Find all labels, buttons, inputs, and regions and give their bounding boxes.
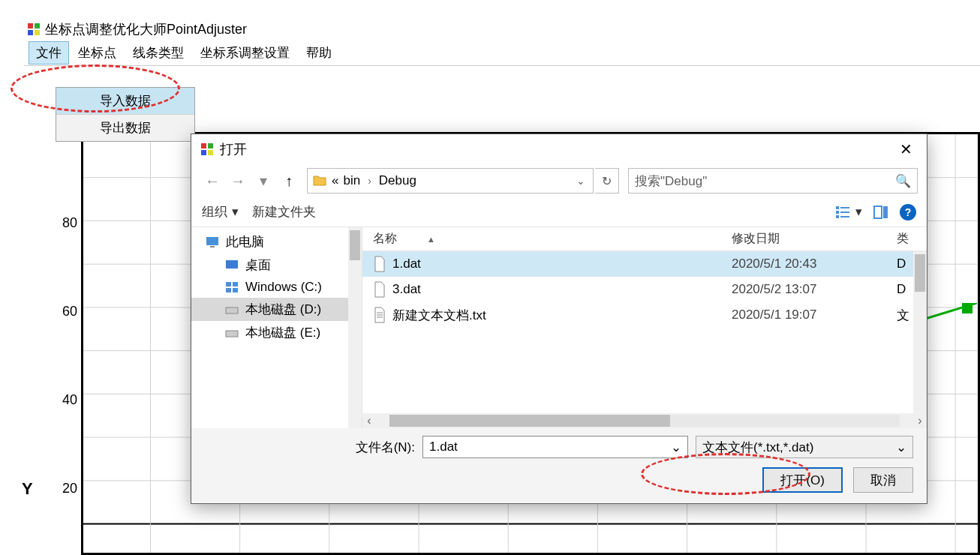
svg-rect-27 bbox=[201, 150, 206, 155]
preview-icon bbox=[873, 204, 889, 220]
folder-icon bbox=[312, 173, 327, 188]
help-button[interactable]: ? bbox=[900, 204, 916, 220]
view-mode-button[interactable]: ▾ bbox=[834, 204, 862, 220]
y-tick-60: 60 bbox=[47, 304, 77, 320]
dialog-nav: ← → ▾ ↑ « bin › Debug ⌄ ↻ 搜索"Debug" 🔍 bbox=[191, 164, 927, 197]
path-prefix: « bbox=[332, 173, 338, 188]
svg-rect-41 bbox=[233, 282, 238, 286]
menu-linetype[interactable]: 线条类型 bbox=[125, 41, 191, 64]
col-type[interactable]: 类 bbox=[897, 231, 927, 247]
col-name[interactable]: 名称▲ bbox=[373, 231, 732, 247]
svg-rect-25 bbox=[201, 143, 206, 148]
svg-rect-42 bbox=[226, 288, 231, 292]
file-icon bbox=[373, 281, 386, 298]
y-tick-80: 80 bbox=[47, 215, 77, 231]
txt-file-icon bbox=[373, 307, 386, 323]
tree-desktop[interactable]: 桌面 bbox=[191, 254, 362, 277]
svg-rect-38 bbox=[210, 246, 215, 248]
tree-drive-e[interactable]: 本地磁盘 (E:) bbox=[191, 321, 362, 344]
search-icon: 🔍 bbox=[895, 173, 911, 189]
svg-rect-2 bbox=[28, 30, 33, 35]
dialog-body: 此电脑 桌面 Windows (C:) 本地磁盘 (D:) 本地磁盘 (E:) bbox=[191, 227, 927, 428]
menu-import-data[interactable]: 导入数据 bbox=[56, 88, 194, 115]
svg-rect-36 bbox=[883, 206, 888, 218]
tree-drive-c[interactable]: Windows (C:) bbox=[191, 277, 362, 298]
refresh-button[interactable]: ↻ bbox=[595, 168, 619, 194]
svg-rect-35 bbox=[874, 206, 882, 218]
svg-rect-30 bbox=[840, 207, 849, 208]
menu-points[interactable]: 坐标点 bbox=[71, 41, 124, 64]
new-folder-button[interactable]: 新建文件夹 bbox=[252, 203, 316, 220]
chevron-down-icon[interactable]: ⌄ bbox=[671, 440, 681, 455]
preview-pane-button[interactable] bbox=[873, 204, 889, 220]
col-date[interactable]: 修改日期 bbox=[732, 231, 897, 247]
nav-forward-button[interactable]: → bbox=[226, 169, 250, 193]
svg-rect-40 bbox=[226, 282, 231, 286]
tree-drive-d[interactable]: 本地磁盘 (D:) bbox=[191, 298, 362, 321]
search-placeholder: 搜索"Debug" bbox=[635, 172, 707, 190]
y-axis-label: Y bbox=[22, 479, 33, 499]
nav-recent-button[interactable]: ▾ bbox=[251, 169, 275, 193]
path-part-0[interactable]: bin bbox=[343, 173, 360, 188]
file-row[interactable]: 新建文本文档.txt 2020/5/1 19:07 文 bbox=[362, 302, 927, 328]
tree-scrollbar[interactable] bbox=[348, 227, 362, 428]
dialog-titlebar: 打开 ✕ bbox=[191, 134, 927, 164]
chevron-right-icon: › bbox=[365, 175, 374, 187]
chevron-down-icon[interactable]: ⌄ bbox=[573, 175, 588, 187]
svg-rect-26 bbox=[208, 143, 213, 148]
file-list-hscroll[interactable]: ‹ › bbox=[362, 413, 927, 428]
dialog-title: 打开 bbox=[220, 140, 891, 158]
tree-this-pc[interactable]: 此电脑 bbox=[191, 230, 362, 254]
menu-help[interactable]: 帮助 bbox=[299, 41, 339, 64]
open-button[interactable]: 打开(O) bbox=[762, 467, 843, 493]
titlebar: 坐标点调整优化大师PointAdjuster bbox=[24, 18, 980, 40]
svg-rect-29 bbox=[836, 206, 839, 209]
chevron-down-icon: ▾ bbox=[232, 204, 239, 220]
svg-rect-32 bbox=[840, 212, 849, 213]
file-row[interactable]: 1.dat 2020/5/1 20:43 D bbox=[362, 251, 927, 277]
menu-export-data[interactable]: 导出数据 bbox=[56, 115, 194, 141]
file-open-dialog: 打开 ✕ ← → ▾ ↑ « bin › Debug ⌄ ↻ 搜索"Debug"… bbox=[191, 134, 927, 504]
y-tick-40: 40 bbox=[47, 392, 77, 408]
nav-up-button[interactable]: ↑ bbox=[277, 169, 301, 193]
filename-input[interactable]: 1.dat ⌄ bbox=[422, 436, 688, 458]
app-icon bbox=[27, 22, 41, 36]
svg-rect-39 bbox=[226, 260, 238, 268]
drive-icon bbox=[224, 326, 239, 340]
svg-rect-0 bbox=[28, 23, 33, 28]
windows-icon bbox=[224, 280, 239, 294]
menu-file[interactable]: 文件 bbox=[29, 41, 69, 64]
file-icon bbox=[373, 256, 386, 272]
nav-tree: 此电脑 桌面 Windows (C:) 本地磁盘 (D:) 本地磁盘 (E:) bbox=[191, 227, 362, 428]
file-row[interactable]: 3.dat 2020/5/2 13:07 D bbox=[362, 277, 927, 302]
nav-back-button[interactable]: ← bbox=[200, 169, 224, 193]
file-list: 名称▲ 修改日期 类 1.dat 2020/5/1 20:43 D 3.dat … bbox=[362, 227, 927, 428]
menu-coord-settings[interactable]: 坐标系调整设置 bbox=[193, 41, 297, 64]
file-list-header: 名称▲ 修改日期 类 bbox=[362, 227, 927, 251]
close-button[interactable]: ✕ bbox=[891, 138, 921, 160]
search-input[interactable]: 搜索"Debug" 🔍 bbox=[628, 168, 918, 194]
svg-rect-45 bbox=[226, 331, 238, 337]
svg-rect-33 bbox=[836, 215, 839, 218]
svg-rect-43 bbox=[233, 288, 238, 292]
organize-button[interactable]: 组织 ▾ bbox=[202, 203, 239, 220]
desktop-icon bbox=[224, 259, 239, 272]
dialog-icon bbox=[200, 142, 214, 156]
menubar: 文件 坐标点 线条类型 坐标系调整设置 帮助 bbox=[24, 40, 980, 66]
svg-rect-31 bbox=[836, 211, 839, 214]
dialog-toolbar: 组织 ▾ 新建文件夹 ▾ ? bbox=[191, 197, 927, 227]
file-dropdown: 导入数据 导出数据 bbox=[56, 87, 195, 142]
sort-asc-icon: ▲ bbox=[427, 235, 435, 244]
drive-icon bbox=[224, 303, 239, 316]
pc-icon bbox=[205, 236, 220, 249]
app-title: 坐标点调整优化大师PointAdjuster bbox=[45, 20, 247, 38]
svg-rect-1 bbox=[35, 23, 40, 28]
cancel-button[interactable]: 取消 bbox=[853, 467, 913, 493]
path-box[interactable]: « bin › Debug ⌄ bbox=[307, 168, 594, 194]
dialog-footer: 文件名(N): 1.dat ⌄ 文本文件(*.txt,*.dat) ⌄ 打开(O… bbox=[191, 428, 927, 503]
chevron-down-icon: ▾ bbox=[855, 204, 862, 220]
path-part-1[interactable]: Debug bbox=[379, 173, 416, 188]
file-list-vscroll[interactable] bbox=[913, 251, 927, 413]
svg-rect-44 bbox=[226, 308, 238, 314]
filetype-select[interactable]: 文本文件(*.txt,*.dat) ⌄ bbox=[696, 436, 913, 458]
